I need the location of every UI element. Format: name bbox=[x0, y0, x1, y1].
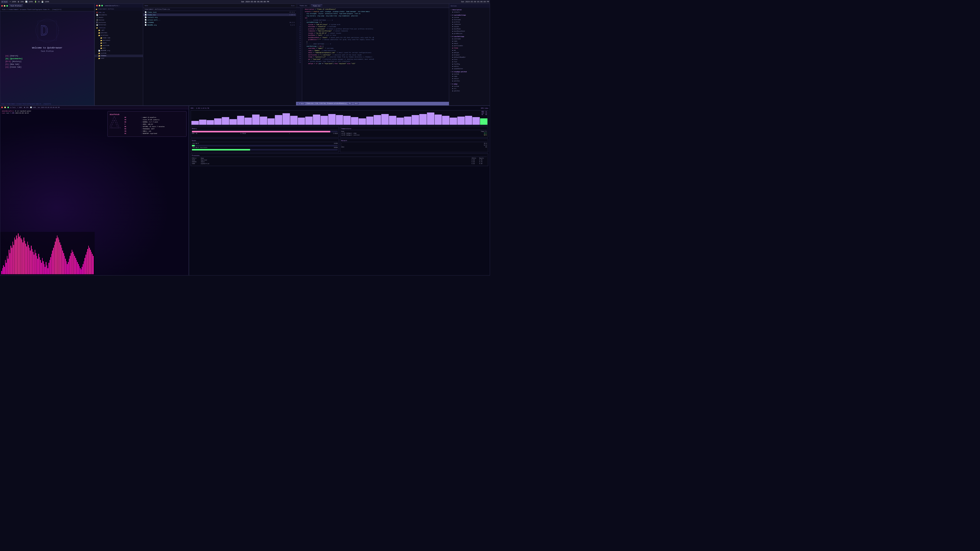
qb-link-closetab[interactable]: [x] [Close tab] bbox=[5, 66, 89, 68]
vis-bar-63 bbox=[59, 242, 60, 274]
tree-pkgs: ▾ ⊞ pkgs bbox=[449, 83, 490, 85]
vis-bar-16 bbox=[16, 235, 17, 274]
editor-lines-info: 7.5k bbox=[315, 103, 318, 104]
sysmon-temp-header: NameTemp(°C) bbox=[341, 131, 487, 132]
fileman-item-work[interactable]: 📁work bbox=[95, 42, 143, 44]
vis-bar-83 bbox=[78, 264, 79, 274]
terminal-left[interactable]: emmet@snowfire:~$ cd rapidash-galar root… bbox=[0, 109, 107, 139]
sysmon-network-title: Network bbox=[341, 140, 487, 142]
tree-profile: ◉ profile bbox=[449, 21, 490, 23]
filelist-item-flake-nix[interactable]: 📄 flake.nix 2.26 K bbox=[143, 14, 296, 16]
vis-bar-93 bbox=[87, 249, 88, 274]
filelist-item-octave-work[interactable]: 📄 octave-work... bbox=[143, 19, 296, 21]
qb-link-search[interactable]: [o] [Search] bbox=[5, 55, 89, 57]
cpu-bar-27 bbox=[396, 118, 404, 125]
cpu-bar-21 bbox=[351, 117, 358, 125]
fileman-item-system[interactable]: 📁system bbox=[95, 52, 143, 55]
editor-lines: description = "Flake of LibrePhoenix"; o… bbox=[302, 8, 449, 102]
cpu-bar-28 bbox=[404, 117, 411, 125]
sysmon-net-up: ↑54.0 bbox=[341, 144, 487, 146]
fileman-item-external[interactable]: 💾External bbox=[95, 24, 143, 26]
tree-fontpkg: ◉ fontPkg bbox=[449, 63, 490, 65]
filelist-item-license[interactable]: 📄 LICENSE 34.2 K bbox=[143, 21, 296, 24]
close-btn[interactable] bbox=[1, 5, 3, 6]
tree-nixpkgs: ▾ ⊞ nixpkgs-patched bbox=[449, 71, 490, 73]
system-monitor: CPU - 1.53 1.14 0.78 CPU like MAX: 11 AV… bbox=[189, 106, 490, 275]
fileman-item-pictures[interactable]: 🖼pictures bbox=[95, 21, 143, 24]
sysmon-disk1-bar bbox=[192, 145, 338, 146]
cpu-bar-34 bbox=[450, 118, 457, 125]
fileman-section-home: ⭕ Home lab bbox=[95, 11, 143, 14]
editor-content: 12345 678910 1112131415 1617181920 21222… bbox=[296, 8, 449, 102]
bl-close[interactable] bbox=[1, 106, 3, 108]
fileman-item-music[interactable]: 🎵music bbox=[95, 16, 143, 19]
fileman-item-personal[interactable]: 📁personal bbox=[95, 39, 143, 42]
vis-bar-39 bbox=[37, 259, 38, 274]
fileman-item-profiles[interactable]: 📁profiles bbox=[95, 34, 143, 37]
cpu-bar-15 bbox=[305, 117, 313, 125]
tree-theme: ◉ theme bbox=[449, 47, 490, 49]
qb-logo-area: D bbox=[5, 18, 89, 44]
vis-bar-19 bbox=[19, 237, 20, 274]
vis-bar-25 bbox=[24, 241, 25, 274]
fileman-item-patches[interactable]: 📁patches bbox=[95, 32, 143, 34]
cpu-bar-29 bbox=[412, 115, 419, 125]
file-list-panel: Name Size home/emmet/.dotfiles/flake.nix… bbox=[143, 4, 296, 105]
fileman-item-git[interactable]: 📁.git bbox=[95, 29, 143, 32]
vis-bar-72 bbox=[68, 262, 68, 274]
fileman-item-readme-top[interactable]: 📄README.org bbox=[95, 49, 143, 52]
vis-bar-36 bbox=[35, 250, 35, 274]
vis-bar-23 bbox=[22, 242, 23, 274]
tree-np-name: ◉ name bbox=[449, 75, 490, 78]
editor-tab-active[interactable]: flake.nix bbox=[311, 5, 323, 7]
filelist-item-readme[interactable]: 📄 README.org 4.1 K bbox=[143, 24, 296, 26]
vis-bar-11 bbox=[11, 248, 12, 274]
qb-footer: file:///home/emmet/.browser/Tech/config/… bbox=[1, 103, 51, 105]
filelist-item-install-org[interactable]: 📄 install.org bbox=[143, 16, 296, 19]
tree-editor: ◉ editor bbox=[449, 65, 490, 68]
tree-header: Outline bbox=[449, 4, 490, 8]
cpu-bar-6 bbox=[237, 116, 245, 125]
fm-close-btn[interactable] bbox=[96, 5, 98, 6]
sysmon-processes-title: Processes bbox=[192, 155, 487, 157]
bl-min[interactable] bbox=[4, 106, 6, 108]
vis-bar-6 bbox=[7, 256, 8, 274]
vis-bar-64 bbox=[60, 245, 61, 274]
fileman-item-wsl[interactable]: 📁wsl bbox=[95, 47, 143, 49]
vis-bar-49 bbox=[47, 265, 48, 274]
cpu-bar-17 bbox=[321, 116, 328, 125]
qb-link-quickmarks[interactable]: [b] [Quickmarks] bbox=[5, 58, 89, 60]
qb-active-tab[interactable]: Tech Profile bbox=[9, 5, 23, 7]
fileman-item-documents[interactable]: 📄documents bbox=[95, 14, 143, 16]
editor-pos: 3:10 Top bbox=[320, 103, 326, 104]
battery-val: 🔋 25 bbox=[35, 1, 40, 3]
filelist-item-flake-lock[interactable]: 📄 flake.lock 27.5 K bbox=[143, 11, 296, 14]
vis-bar-17 bbox=[17, 238, 18, 274]
qb-link-history[interactable]: [$ h] [History] bbox=[5, 60, 89, 62]
vis-bar-81 bbox=[76, 260, 77, 274]
bl-max[interactable] bbox=[7, 106, 9, 108]
fileman-item-user[interactable]: 📁user bbox=[95, 57, 143, 60]
vis-bar-91 bbox=[86, 254, 86, 274]
fileman-item-homelab[interactable]: 📁home lab bbox=[95, 37, 143, 39]
fm-min-btn[interactable] bbox=[99, 5, 100, 6]
cpu-bar-30 bbox=[419, 114, 427, 125]
fileman-item-worklab[interactable]: 📁worklab bbox=[95, 44, 143, 47]
editor-tab-inactive1[interactable]: flake.nix bbox=[298, 5, 309, 7]
fileman-item-themes[interactable]: 📁themes bbox=[95, 55, 143, 57]
fileman-item-movies[interactable]: 🎬movies bbox=[95, 19, 143, 21]
qb-subtitle: Tech Profile bbox=[5, 50, 89, 52]
fm-max-btn[interactable] bbox=[101, 5, 103, 6]
editor-lang: Nix bbox=[348, 103, 352, 105]
vis-bar-38 bbox=[37, 256, 37, 274]
qb-link-newtab[interactable]: [t] [New tab] bbox=[5, 63, 89, 65]
tech-tag: ⊞ Tech bbox=[1, 0, 8, 3]
cpu-bar-22 bbox=[359, 118, 366, 125]
minimize-btn[interactable] bbox=[4, 5, 5, 6]
tree-systemsettings: ▾ ⊞ systemSettings bbox=[449, 14, 490, 16]
cpu-bar-36 bbox=[465, 116, 473, 125]
bl-main: emmet@snowfire:~$ cd rapidash-galar root… bbox=[0, 109, 189, 139]
vis-bar-13 bbox=[13, 245, 14, 274]
maximize-btn[interactable] bbox=[6, 5, 8, 6]
vis-bar-76 bbox=[72, 250, 73, 274]
